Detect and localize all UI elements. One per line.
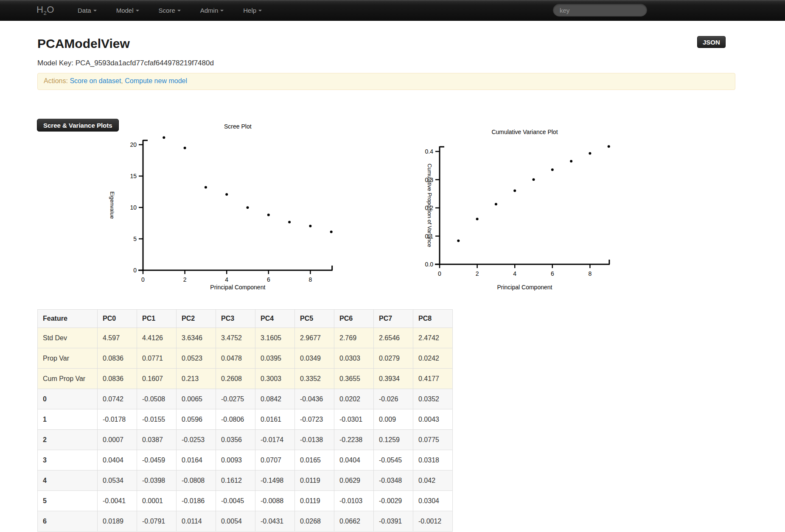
table-cell: 0.213 <box>177 369 216 389</box>
table-cell: 2.4742 <box>413 328 453 348</box>
x-tick-label: 2 <box>476 270 479 277</box>
table-cell: 0.0836 <box>98 348 137 369</box>
model-key: Model Key: PCA_9593da1acfd77cfaf64497821… <box>37 59 214 67</box>
data-point <box>225 193 228 196</box>
actions-alert: Actions: Score on dataset, Compute new m… <box>37 73 735 90</box>
table-row: 00.0742-0.05080.0065-0.02750.0842-0.0436… <box>38 389 453 409</box>
search-input[interactable] <box>553 4 647 17</box>
row-label: Cum Prop Var <box>38 369 98 389</box>
compute-new-model-link[interactable]: Compute new model <box>125 77 187 84</box>
column-header-pc4: PC4 <box>255 310 295 328</box>
table-cell: 0.0202 <box>334 389 374 409</box>
row-label: Prop Var <box>38 348 98 369</box>
nav-item-help[interactable]: Help <box>233 7 272 14</box>
logo-sub: 2 <box>43 10 47 16</box>
model-key-value: PCA_9593da1acfd77cfaf644978219f7480d <box>76 59 214 67</box>
table-row: 1-0.0178-0.01550.0596-0.08060.0161-0.072… <box>38 409 453 430</box>
page-title: PCAModelView <box>37 36 130 51</box>
table-row: 60.0189-0.07910.01140.0054-0.04310.02680… <box>38 511 453 532</box>
data-point <box>533 178 535 181</box>
table-cell: 0.0304 <box>413 491 453 511</box>
table-cell: 0.3352 <box>295 369 334 389</box>
nav-item-model[interactable]: Model <box>107 7 149 14</box>
data-point <box>457 239 460 242</box>
table-cell: 0.0001 <box>137 491 177 511</box>
table-cell: 0.3934 <box>374 369 413 389</box>
cumulative-variance-plot: 024680.00.10.20.30.4Cumulative Variance … <box>407 115 658 297</box>
data-point <box>570 160 572 162</box>
y-tick-label: 10 <box>130 204 137 211</box>
table-cell: 0.0742 <box>98 389 137 409</box>
table-cell: -0.0723 <box>295 409 334 430</box>
table-row: 20.00070.0387-0.02530.0356-0.0174-0.0138… <box>38 430 453 450</box>
chevron-down-icon <box>258 10 262 11</box>
chevron-down-icon <box>220 10 224 11</box>
table-cell: 0.0352 <box>413 389 453 409</box>
table-cell: 0.0279 <box>374 348 413 369</box>
y-tick-label: 20 <box>130 141 137 148</box>
nav-item-admin[interactable]: Admin <box>191 7 234 14</box>
table-row: Std Dev4.5974.41263.63463.47523.16052.96… <box>38 328 453 348</box>
navbar: H2O DataModelScoreAdminHelp <box>0 0 785 21</box>
x-tick-label: 4 <box>225 276 228 283</box>
y-tick-label: 5 <box>133 235 137 242</box>
pca-table-header: FeaturePC0PC1PC2PC3PC4PC5PC6PC7PC8 <box>38 310 453 328</box>
table-row: 30.0404-0.04590.01640.00930.07070.01650.… <box>38 450 453 470</box>
row-label: 5 <box>38 491 98 511</box>
data-point <box>267 214 270 216</box>
logo-o: O <box>47 4 54 15</box>
scree-plot: 0246805101520Scree PlotPrincipal Compone… <box>98 115 344 297</box>
data-point <box>205 186 207 188</box>
x-tick-label: 4 <box>513 270 516 277</box>
table-cell: 0.0349 <box>295 348 334 369</box>
table-cell: 0.0478 <box>216 348 255 369</box>
table-cell: -0.0459 <box>137 450 177 470</box>
table-cell: 0.009 <box>374 409 413 430</box>
score-on-dataset-link[interactable]: Score on dataset <box>70 77 121 84</box>
data-point <box>184 147 186 149</box>
x-tick-label: 0 <box>438 270 441 277</box>
table-cell: 0.0662 <box>334 511 374 532</box>
table-cell: 0.0165 <box>295 450 334 470</box>
column-header-pc1: PC1 <box>137 310 177 328</box>
table-cell: -0.0138 <box>295 430 334 450</box>
table-cell: 0.0119 <box>295 470 334 491</box>
data-point <box>495 203 497 205</box>
data-point <box>589 152 591 154</box>
table-cell: 0.0242 <box>413 348 453 369</box>
table-cell: -0.0178 <box>98 409 137 430</box>
table-cell: 0.0596 <box>177 409 216 430</box>
table-cell: 0.0161 <box>255 409 295 430</box>
table-cell: 0.0093 <box>216 450 255 470</box>
data-point <box>163 136 165 139</box>
table-cell: 3.1605 <box>255 328 295 348</box>
table-cell: -0.0348 <box>374 470 413 491</box>
table-cell: 0.1607 <box>137 369 177 389</box>
table-cell: 2.6546 <box>374 328 413 348</box>
json-button[interactable]: JSON <box>697 36 726 48</box>
table-cell: 0.0836 <box>98 369 137 389</box>
table-cell: 0.0303 <box>334 348 374 369</box>
table-cell: -0.0808 <box>177 470 216 491</box>
data-point <box>476 218 479 220</box>
table-cell: 4.4126 <box>137 328 177 348</box>
x-tick-label: 6 <box>267 276 270 283</box>
table-cell: -0.0045 <box>216 491 255 511</box>
table-cell: -0.0029 <box>374 491 413 511</box>
table-cell: 0.0043 <box>413 409 453 430</box>
row-label: 6 <box>38 511 98 532</box>
pca-model-view-page: H2O DataModelScoreAdminHelp JSON PCAMode… <box>0 0 785 532</box>
h2o-logo[interactable]: H2O <box>36 4 54 16</box>
table-cell: -0.1498 <box>255 470 295 491</box>
chevron-down-icon <box>93 10 97 11</box>
nav-item-score[interactable]: Score <box>149 7 191 14</box>
data-point <box>551 168 554 171</box>
table-cell: 0.0707 <box>255 450 295 470</box>
table-cell: -0.0012 <box>413 511 453 532</box>
table-cell: 0.0119 <box>295 491 334 511</box>
y-tick-label: 15 <box>130 173 137 179</box>
table-cell: 0.0054 <box>216 511 255 532</box>
pca-table: FeaturePC0PC1PC2PC3PC4PC5PC6PC7PC8 Std D… <box>37 309 453 532</box>
nav-item-label: Admin <box>200 7 219 14</box>
nav-item-data[interactable]: Data <box>68 7 107 14</box>
